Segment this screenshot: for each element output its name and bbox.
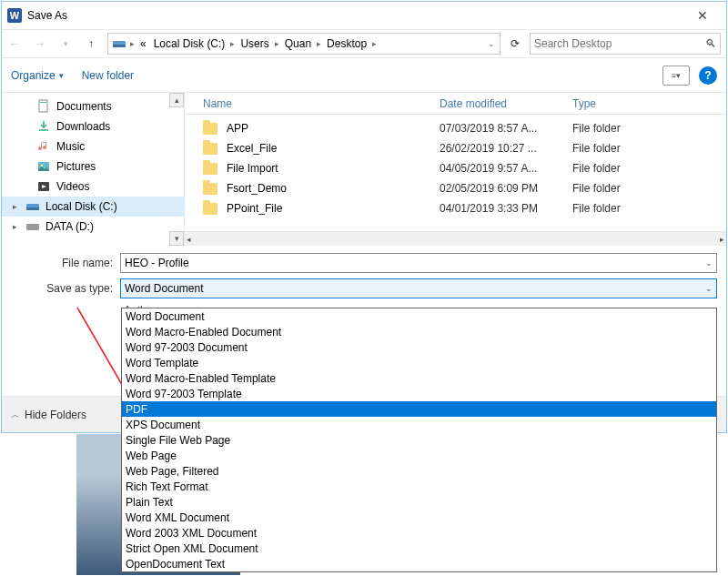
file-type: File folder xyxy=(572,142,665,155)
saveastype-option[interactable]: Word 97-2003 Document xyxy=(122,339,716,355)
saveastype-option[interactable]: Word Template xyxy=(122,355,716,370)
saveastype-option[interactable]: XPS Document xyxy=(122,417,716,432)
saveastype-option[interactable]: Word 97-2003 Template xyxy=(122,386,716,401)
nav-bar: ← → ▾ ↑ ▸ « Local Disk (C:) ▸ Users ▸ Qu… xyxy=(2,29,726,58)
column-header-type[interactable]: Type xyxy=(572,97,665,110)
chevron-right-icon[interactable]: ▸ xyxy=(230,39,235,48)
svg-rect-3 xyxy=(40,102,46,103)
search-input[interactable] xyxy=(534,37,705,50)
file-type: File folder xyxy=(572,122,665,135)
search-box[interactable]: 🔍︎ xyxy=(530,33,721,55)
file-name: File Import xyxy=(227,162,440,175)
scroll-left-icon[interactable]: ◂ xyxy=(187,235,191,244)
nav-back-button[interactable]: ← xyxy=(2,31,27,56)
word-app-icon: W xyxy=(7,8,22,23)
new-folder-button[interactable]: New folder xyxy=(82,69,134,82)
saveastype-option[interactable]: Single File Web Page xyxy=(122,432,716,448)
breadcrumb-segment[interactable]: Quan xyxy=(281,37,315,50)
breadcrumb-segment[interactable]: Local Disk (C:) xyxy=(150,37,229,50)
chevron-right-icon[interactable]: ▸ xyxy=(275,39,279,48)
chevron-right-icon[interactable]: ▸ xyxy=(13,202,17,211)
folder-icon xyxy=(203,203,217,215)
saveastype-option[interactable]: PDF xyxy=(122,401,716,417)
sidebar-item-downloads[interactable]: Downloads xyxy=(2,116,184,136)
folder-icon xyxy=(203,123,217,135)
hide-folders-button[interactable]: ︿ Hide Folders xyxy=(11,409,86,421)
chevron-right-icon[interactable]: ▸ xyxy=(13,222,17,231)
address-dropdown[interactable]: ⌄ xyxy=(485,39,498,48)
saveastype-option[interactable]: Web Page, Filtered xyxy=(122,463,716,479)
nav-recent-dropdown[interactable]: ▾ xyxy=(53,31,78,56)
drive-icon xyxy=(112,36,126,51)
scroll-right-icon[interactable]: ▸ xyxy=(720,235,724,244)
saveastype-option[interactable]: Word XML Document xyxy=(122,510,716,525)
chevron-down-icon[interactable]: ⌄ xyxy=(705,258,713,268)
chevron-down-icon[interactable]: ⌄ xyxy=(705,284,713,293)
file-row[interactable]: File Import 04/05/2019 9:57 A... File fo… xyxy=(185,158,726,178)
svg-point-5 xyxy=(41,165,44,167)
nav-forward-button[interactable]: → xyxy=(27,31,53,56)
music-icon xyxy=(36,139,51,154)
file-date: 02/05/2019 6:09 PM xyxy=(440,182,572,195)
chevron-right-icon[interactable]: ▸ xyxy=(317,39,321,48)
videos-icon xyxy=(36,179,51,194)
sidebar-item-label: Local Disk (C:) xyxy=(46,200,117,213)
saveastype-option[interactable]: Strict Open XML Document xyxy=(122,541,716,556)
file-date: 26/02/2019 10:27 ... xyxy=(440,142,572,155)
saveastype-option[interactable]: Word Document xyxy=(122,308,716,324)
refresh-button[interactable]: ⟳ xyxy=(504,33,526,55)
sidebar-item-local-disk-c[interactable]: ▸ Local Disk (C:) xyxy=(2,197,184,217)
column-header-date[interactable]: Date modified xyxy=(440,97,572,110)
file-row[interactable]: Fsort_Demo 02/05/2019 6:09 PM File folde… xyxy=(185,178,726,198)
organize-menu[interactable]: Organize ▾ xyxy=(11,69,64,82)
filename-input[interactable]: HEO - Profile ⌄ xyxy=(120,253,717,273)
sidebar-item-label: Pictures xyxy=(56,160,96,173)
sidebar-item-label: Music xyxy=(56,140,85,153)
saveastype-option[interactable]: Word Macro-Enabled Template xyxy=(122,370,716,386)
saveastype-option[interactable]: Plain Text xyxy=(122,494,716,510)
saveastype-option[interactable]: Word 2003 XML Document xyxy=(122,525,716,541)
file-row[interactable]: APP 07/03/2019 8:57 A... File folder xyxy=(185,118,726,138)
sidebar-item-pictures[interactable]: Pictures xyxy=(2,157,184,177)
chevron-up-icon: ︿ xyxy=(11,409,20,421)
sidebar-item-label: Downloads xyxy=(56,120,110,133)
saveastype-dropdown-list[interactable]: Word DocumentWord Macro-Enabled Document… xyxy=(121,308,717,572)
window-title: Save As xyxy=(27,9,67,22)
file-date: 04/01/2019 3:33 PM xyxy=(440,202,572,215)
saveastype-option[interactable]: Rich Text Format xyxy=(122,479,716,494)
bc-overflow[interactable]: « xyxy=(136,37,150,50)
file-row[interactable]: Excel_File 26/02/2019 10:27 ... File fol… xyxy=(185,138,726,158)
saveastype-option[interactable]: Word Macro-Enabled Document xyxy=(122,324,716,339)
nav-tree: ▴ Documents Downloads Music Pictures Vid… xyxy=(2,93,184,246)
help-button[interactable]: ? xyxy=(699,66,717,85)
file-name: APP xyxy=(227,122,440,135)
file-date: 04/05/2019 9:57 A... xyxy=(440,162,572,175)
column-header-name[interactable]: Name xyxy=(203,97,440,110)
saveastype-option[interactable]: Web Page xyxy=(122,448,716,463)
file-date: 07/03/2019 8:57 A... xyxy=(440,122,572,135)
chevron-right-icon[interactable]: ▸ xyxy=(372,39,377,48)
folder-icon xyxy=(203,163,217,175)
sidebar-scroll-down[interactable]: ▾ xyxy=(169,231,184,246)
file-name: Excel_File xyxy=(227,142,440,155)
file-type: File folder xyxy=(572,182,665,195)
chevron-right-icon[interactable]: ▸ xyxy=(130,39,135,48)
sidebar-item-videos[interactable]: Videos xyxy=(2,177,184,197)
address-bar[interactable]: ▸ « Local Disk (C:) ▸ Users ▸ Quan ▸ Des… xyxy=(107,33,500,55)
close-button[interactable]: ✕ xyxy=(684,3,721,28)
column-headers: Name Date modified Type xyxy=(185,93,726,115)
breadcrumb-segment[interactable]: Users xyxy=(237,37,272,50)
nav-up-button[interactable]: ↑ xyxy=(78,31,104,56)
saveastype-option[interactable]: OpenDocument Text xyxy=(122,556,716,571)
sidebar-item-music[interactable]: Music xyxy=(2,136,184,157)
search-icon[interactable]: 🔍︎ xyxy=(705,37,716,50)
view-options-button[interactable]: ≡▾ xyxy=(662,66,690,86)
horizontal-scrollbar[interactable]: ◂ ▸ xyxy=(185,231,726,246)
saveastype-combobox[interactable]: Word Document ⌄ xyxy=(120,278,717,298)
file-row[interactable]: PPoint_File 04/01/2019 3:33 PM File fold… xyxy=(185,198,726,218)
saveastype-label: Save as type: xyxy=(11,282,120,295)
breadcrumb-segment[interactable]: Desktop xyxy=(323,37,370,50)
sidebar-item-documents[interactable]: Documents xyxy=(2,96,184,116)
file-list-pane: Name Date modified Type APP 07/03/2019 8… xyxy=(184,93,726,246)
sidebar-item-data-d[interactable]: ▸ DATA (D:) xyxy=(2,217,184,237)
